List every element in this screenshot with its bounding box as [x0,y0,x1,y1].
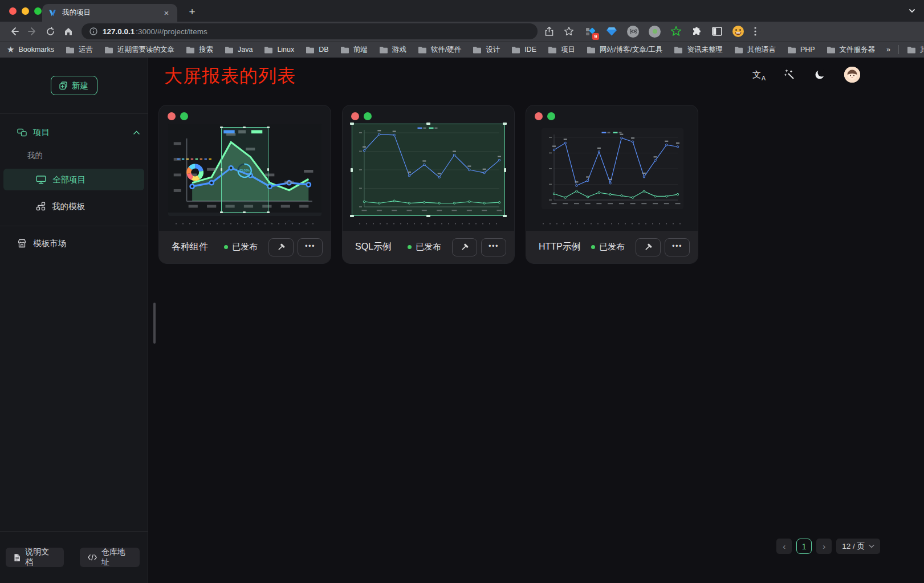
bookmark-item[interactable]: 网站/博客/文章/工具 [587,45,662,55]
bookmark-item[interactable]: 软件/硬件 [418,45,461,55]
green-dot [180,112,188,120]
bookmark-item[interactable]: 搜索 [186,45,213,55]
project-thumbnail[interactable] [535,124,689,216]
site-info-icon[interactable] [89,27,97,35]
bookmark-star-icon[interactable] [564,26,574,36]
folder-icon [787,46,796,54]
profile-avatar-icon[interactable] [732,25,744,38]
edit-project-button[interactable] [636,238,661,256]
new-tab-button[interactable]: + [185,6,199,18]
scrollbar-thumb[interactable] [153,303,156,344]
page-size-select[interactable]: 12 / 页 [836,539,880,554]
folder-icon [340,46,349,54]
tab-close-icon[interactable]: × [161,8,172,18]
code-icon [88,554,97,561]
sidebar-group-project[interactable]: 项目 [0,121,148,144]
bookmark-item[interactable]: 游戏 [379,45,406,55]
more-actions-button[interactable]: ••• [481,238,506,256]
extension-record-icon[interactable] [649,26,661,38]
selection-handle [243,211,246,213]
more-actions-button[interactable]: ••• [298,238,323,256]
star-icon: ★ [7,44,14,55]
project-thumbnail[interactable]: 25.00% [168,124,321,216]
red-dot [535,112,543,120]
next-page-button[interactable]: › [816,539,832,554]
bookmark-item[interactable]: 运营 [66,45,93,55]
sidebar-item-template-market[interactable]: 模板市场 [0,232,148,255]
bookmark-item[interactable]: Linux [264,45,294,55]
folder-icon [827,46,836,54]
bookmark-item[interactable]: 近期需要读的文章 [104,45,174,55]
chevron-up-icon [133,131,140,134]
prev-page-button[interactable]: ‹ [776,539,792,554]
docs-button[interactable]: 说明文档 [6,548,64,567]
bookmark-item[interactable]: PHP [787,45,815,55]
bookmark-item[interactable]: 文件服务器 [827,45,876,55]
tab-search-chevron-icon[interactable] [908,7,916,15]
project-title: HTTP示例 [539,241,581,253]
new-project-icon [59,81,68,90]
hammer-icon [460,243,469,252]
edit-project-button[interactable] [268,238,294,256]
bookmarks-overflow-chevron[interactable]: » [886,46,890,54]
share-icon[interactable] [544,26,554,36]
magic-wand-icon[interactable] [784,69,795,80]
hammer-icon [276,243,286,252]
svg-text:25.00%: 25.00% [240,169,250,172]
bookmark-item[interactable]: 前端 [340,45,368,55]
bookmark-item[interactable]: 设计 [473,45,500,55]
bookmark-item[interactable]: IDE [511,45,536,55]
sidebar-divider [0,226,148,226]
user-avatar[interactable] [844,67,860,83]
dotted-separator [540,223,684,225]
tab-strip: 我的项目 × + [0,0,924,22]
edit-project-button[interactable] [452,238,477,256]
folder-icon [186,46,195,54]
more-icon: ••• [305,242,315,253]
address-bar[interactable]: 127.0.0.1 :3000/#/project/items [82,23,538,39]
bookmark-item[interactable]: 资讯未整理 [674,45,723,55]
card-footer: HTTP示例 已发布 [526,231,698,263]
dark-mode-moon-icon[interactable] [814,69,825,80]
reload-icon[interactable] [46,27,55,36]
pagination: ‹ 1 › 12 / 页 [776,539,880,554]
bookmark-item[interactable]: DB [306,45,328,55]
create-new-button[interactable]: 新建 [51,76,97,95]
bookmark-item[interactable]: 项目 [548,45,575,55]
folder-icon [511,46,520,54]
status-dot [591,245,595,249]
sidebar-item-my-templates[interactable]: 我的模板 [0,195,148,218]
folder-icon [66,46,75,54]
chevron-down-icon [869,544,874,548]
url-path: :3000/#/project/items [136,27,207,36]
more-actions-button[interactable]: ••• [665,238,690,256]
language-switch-icon[interactable]: 文A [752,70,765,80]
extension-command-icon[interactable] [627,26,639,38]
side-panel-icon[interactable] [712,27,722,36]
repository-button[interactable]: 仓库地址 [80,548,140,567]
project-title: SQL示例 [355,241,392,253]
sidebar-item-all-projects[interactable]: 全部项目 [3,169,144,190]
extension-tasks-icon[interactable]: 9 [584,25,596,38]
current-page-button[interactable]: 1 [796,539,812,554]
back-icon[interactable] [9,26,19,36]
minimize-window-button[interactable] [22,7,29,15]
home-icon[interactable] [63,26,74,36]
browser-tab[interactable]: 我的项目 × [42,4,177,22]
folder-icon [306,46,315,54]
bookmarks-manager[interactable]: ★ Bookmarks [7,44,54,55]
project-card: 25.00% 各种组件 已发布 [158,105,331,264]
bookmark-item[interactable]: 其他语言 [734,45,776,55]
main-content: 大屏报表的列表 文A [148,58,924,583]
bookmark-item[interactable]: Java [225,45,253,55]
card-window-dots [351,112,372,120]
maximize-window-button[interactable] [34,7,42,15]
project-thumbnail[interactable] [352,124,505,216]
close-window-button[interactable] [9,7,17,15]
forward-icon[interactable] [27,26,38,36]
extension-star-icon[interactable] [670,26,682,37]
browser-menu-icon[interactable] [754,27,756,36]
extension-gem-icon[interactable] [606,26,617,36]
extensions-puzzle-icon[interactable] [691,26,702,37]
other-bookmarks-folder[interactable]: 其他书签 [907,45,924,55]
